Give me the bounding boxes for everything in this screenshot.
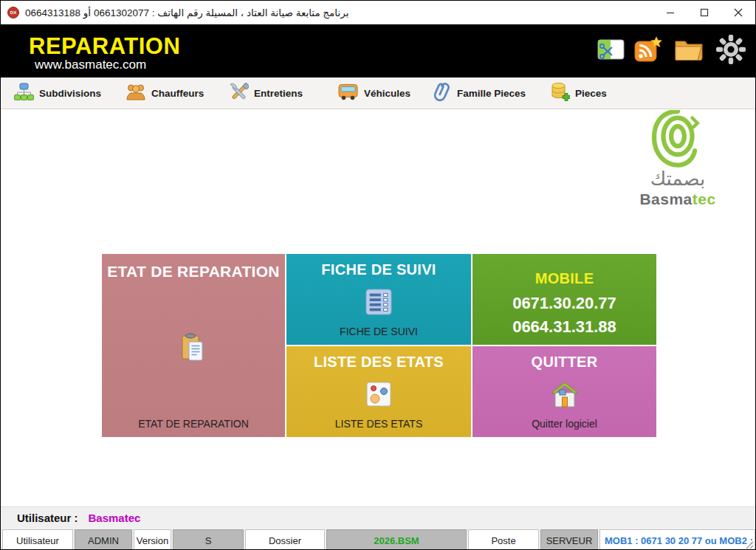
tile-caption: FICHE DE SUIVI — [340, 326, 418, 337]
toolbar-item-vehicules[interactable]: Véhicules — [334, 78, 413, 109]
tile-mobile[interactable]: MOBILE 0671.30.20.77 0664.31.31.88 — [472, 254, 656, 345]
gear-icon[interactable] — [715, 34, 746, 65]
toolbar-item-subdivisions[interactable]: Subdivisions — [11, 78, 104, 109]
tile-title: LISTE DES ETATS — [314, 354, 444, 371]
status-cell-version: Version — [134, 529, 171, 550]
maximize-icon — [700, 8, 709, 17]
application-window: DX برنامج متابعة صيانة العتاد ، المسيلة … — [0, 0, 756, 550]
tile-etat-de-reparation[interactable]: ETAT DE REPARATION ETAT DE REPARATION — [102, 254, 285, 437]
window-title: برنامج متابعة صيانة العتاد ، المسيلة رقم… — [25, 7, 348, 18]
tile-fiche-de-suivi[interactable]: FICHE DE SUIVI FICHE DE SUIVI — [286, 254, 471, 345]
logo-brand-text: Basmatec — [637, 190, 718, 208]
tile-title: QUITTER — [532, 354, 598, 371]
status-cell-version-value: S — [173, 529, 244, 550]
close-icon — [734, 8, 743, 17]
tile-caption: Quitter logiciel — [532, 418, 597, 430]
options-icon — [365, 371, 392, 418]
app-website: www.basmatec.com — [35, 58, 146, 72]
title-bar: DX برنامج متابعة صيانة العتاد ، المسيلة … — [1, 1, 755, 24]
tile-title: MOBILE — [535, 270, 594, 287]
org-chart-icon — [14, 83, 34, 104]
basmatec-logo: بصمتك Basmatec — [637, 110, 718, 208]
app-header: REPARATION www.basmatec.com — [1, 24, 755, 78]
user-strip: Utilisateur : Basmatec — [1, 506, 755, 528]
tile-quitter[interactable]: QUITTER Quitter logiciel — [472, 346, 656, 437]
phone-number-2: 0664.31.31.88 — [512, 315, 616, 339]
toolbar-item-entretiens[interactable]: Entretiens — [226, 78, 306, 109]
status-bar: Utilisateur ADMIN Version S Dossier 2026… — [1, 528, 755, 550]
house-icon — [550, 371, 580, 418]
logo-arabic-text: بصمتك — [637, 168, 718, 190]
minimize-button[interactable] — [653, 1, 687, 24]
toolbar-label: Famille Pieces — [457, 88, 526, 99]
minimize-icon — [666, 8, 675, 17]
phone-number-1: 0671.30.20.77 — [512, 292, 616, 315]
toolbar: Subdivisions Chauffeurs — [1, 78, 755, 109]
window-controls — [653, 1, 755, 24]
maximize-button[interactable] — [687, 1, 721, 24]
app-title: REPARATION — [29, 33, 180, 60]
mobile-phone-numbers: 0671.30.20.77 0664.31.31.88 — [512, 292, 616, 339]
toolbar-label: Entretiens — [254, 88, 303, 99]
paperclip-icon — [434, 81, 452, 106]
close-button[interactable] — [721, 1, 755, 24]
tile-title: ETAT DE REPARATION — [107, 263, 280, 281]
snip-icon[interactable] — [596, 34, 627, 65]
status-cell-dossier: Dossier — [245, 529, 325, 550]
toolbar-label: Chauffeurs — [151, 88, 204, 99]
toolbar-item-pieces[interactable]: Pieces — [547, 78, 610, 109]
resize-grip[interactable] — [745, 540, 754, 549]
people-icon — [126, 83, 146, 104]
tools-icon — [229, 83, 249, 105]
user-value: Basmatec — [89, 512, 141, 524]
tile-liste-des-etats[interactable]: LISTE DES ETATS LISTE DES ETATS — [286, 346, 471, 437]
rss-new-icon[interactable] — [633, 34, 664, 65]
database-add-icon — [550, 82, 570, 105]
toolbar-label: Subdivisions — [39, 88, 101, 99]
user-label: Utilisateur : — [17, 512, 78, 524]
fingerprint-icon — [644, 110, 712, 169]
status-cell-poste: Poste — [468, 529, 539, 550]
list-form-icon — [365, 278, 393, 326]
toolbar-label: Véhicules — [364, 88, 410, 99]
toolbar-label: Pieces — [575, 88, 607, 99]
toolbar-item-famille-pieces[interactable]: Famille Pieces — [431, 78, 529, 109]
logo-brand-gray: Basma — [639, 190, 692, 207]
status-cell-admin: ADMIN — [75, 529, 132, 550]
tile-title: FICHE DE SUIVI — [321, 261, 436, 278]
clipboard-icon — [178, 281, 209, 418]
status-cell-dossier-value: 2026.BSM — [326, 529, 467, 550]
bus-icon — [337, 83, 359, 103]
toolbar-item-chauffeurs[interactable]: Chauffeurs — [123, 78, 207, 109]
status-cell-mobile-numbers: MOB1 : 0671 30 20 77 ou MOB2 : 0 — [599, 529, 755, 550]
app-icon: DX — [7, 7, 19, 18]
tile-caption: ETAT DE REPARATION — [138, 418, 249, 430]
tile-caption: LISTE DES ETATS — [335, 418, 423, 430]
status-cell-utilisateur: Utilisateur — [2, 529, 73, 550]
folder-icon[interactable] — [674, 34, 705, 65]
logo-brand-accent: tec — [693, 190, 716, 207]
status-cell-serveur: SERVEUR — [540, 529, 598, 550]
